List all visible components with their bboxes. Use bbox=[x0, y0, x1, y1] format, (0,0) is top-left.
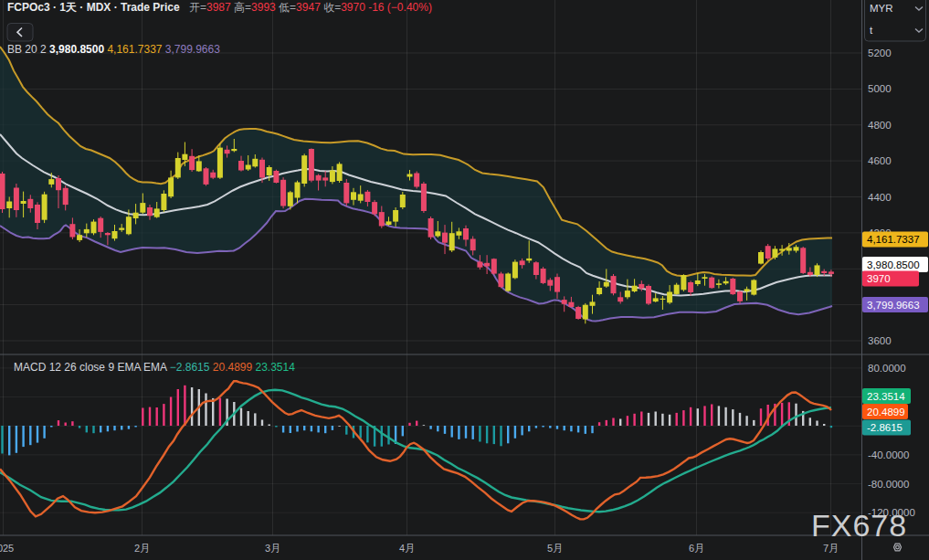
svg-text:-40.0000: -40.0000 bbox=[868, 449, 909, 460]
svg-text:4400: 4400 bbox=[868, 192, 892, 203]
svg-text:FCPOc3 · 1天 · MDX · Trade Pric: FCPOc3 · 1天 · MDX · Trade Price bbox=[7, 1, 180, 14]
svg-text:MYR: MYR bbox=[870, 3, 893, 14]
svg-text:23.3514: 23.3514 bbox=[867, 391, 905, 402]
svg-text:开=3987 高=3993 低=3947 收=3970 -1: 开=3987 高=3993 低=3947 收=3970 -16 (−0.40%) bbox=[189, 1, 432, 14]
svg-text:-80.0000: -80.0000 bbox=[868, 479, 909, 490]
svg-text:3970: 3970 bbox=[867, 273, 891, 284]
svg-text:2月: 2月 bbox=[134, 543, 150, 554]
svg-text:4月: 4月 bbox=[399, 543, 415, 554]
svg-text:4600: 4600 bbox=[868, 155, 892, 166]
svg-text:-2.8615: -2.8615 bbox=[867, 422, 903, 433]
svg-text:4800: 4800 bbox=[868, 120, 892, 131]
svg-text:5000: 5000 bbox=[868, 83, 892, 94]
svg-text:MACD 12 26 close 9 EMA EMA −2: MACD 12 26 close 9 EMA EMA −2.8615 20.48… bbox=[14, 361, 295, 374]
svg-text:3月: 3月 bbox=[265, 543, 280, 554]
svg-text:7月: 7月 bbox=[823, 543, 839, 554]
svg-text:20.4899: 20.4899 bbox=[867, 407, 905, 417]
svg-text:3,980.8500: 3,980.8500 bbox=[867, 259, 920, 270]
svg-text:3,799.9663: 3,799.9663 bbox=[867, 300, 920, 311]
svg-text:5月: 5月 bbox=[547, 543, 563, 554]
svg-text:80.0000: 80.0000 bbox=[868, 363, 906, 374]
svg-text:4,161.7337: 4,161.7337 bbox=[867, 234, 920, 245]
svg-text:6月: 6月 bbox=[689, 543, 704, 554]
svg-text:BB 20 2 3,980.8500 4,161.733: BB 20 2 3,980.8500 4,161.7337 3,799.9663 bbox=[7, 43, 220, 56]
svg-text:FX678: FX678 bbox=[811, 508, 907, 543]
svg-text:3600: 3600 bbox=[868, 335, 892, 346]
svg-text:5200: 5200 bbox=[868, 48, 892, 58]
svg-text:2025: 2025 bbox=[0, 543, 14, 554]
